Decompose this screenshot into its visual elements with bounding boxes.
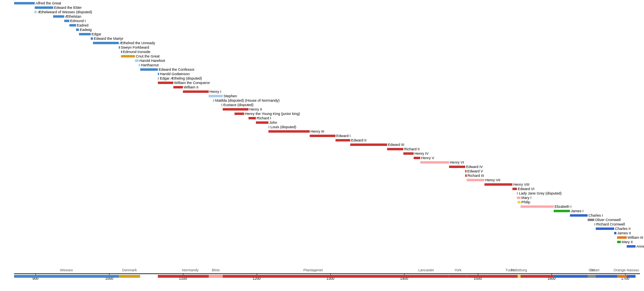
chart-container xyxy=(0,0,644,291)
